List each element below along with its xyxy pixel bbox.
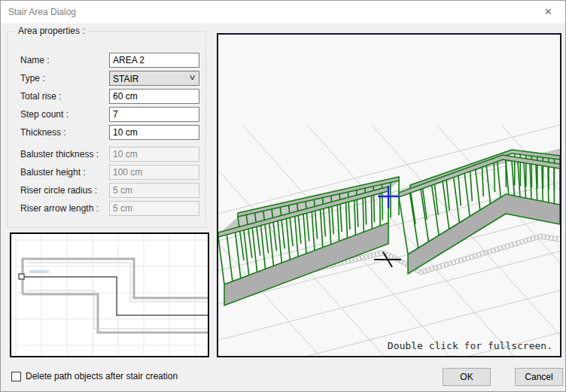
field-row-total-rise: Total rise :: [8, 89, 205, 104]
riser-circle-radius-label: Riser circle radius :: [20, 183, 97, 198]
field-row-riser-arrow-length: Riser arrow length :: [8, 201, 205, 216]
field-row-baluster-height: Baluster height :: [8, 165, 205, 180]
field-row-riser-circle-radius: Riser circle radius :: [8, 183, 205, 198]
total-rise-label: Total rise :: [20, 89, 62, 104]
delete-path-checkbox[interactable]: [11, 372, 21, 381]
field-row-name: Name :: [8, 53, 205, 68]
window-title: Stair Area Dialog: [8, 7, 76, 17]
type-label: Type :: [20, 71, 45, 86]
cancel-button[interactable]: Cancel: [515, 368, 563, 386]
type-select[interactable]: STAIR ∨: [109, 71, 199, 86]
type-select-value: STAIR: [113, 74, 138, 84]
name-input[interactable]: [109, 53, 199, 68]
baluster-height-label: Baluster height :: [20, 165, 86, 180]
ok-button[interactable]: OK: [443, 368, 491, 386]
plan-2d-preview[interactable]: [10, 232, 209, 357]
preview-3d-viewport[interactable]: Double click for fullscreen.: [217, 33, 561, 357]
stair-3d-drawing: [218, 35, 560, 356]
stair-area-dialog: Stair Area Dialog ✕ Area properties : Na…: [0, 0, 566, 392]
close-icon[interactable]: ✕: [531, 1, 565, 23]
area-properties-group: Area properties : Name : Type : STAIR ∨ …: [7, 31, 206, 228]
delete-path-option: Delete path objects after stair creation: [11, 371, 178, 381]
field-row-type: Type : STAIR ∨: [8, 71, 205, 86]
riser-arrow-length-label: Riser arrow length :: [20, 201, 99, 216]
title-bar: Stair Area Dialog ✕: [1, 1, 565, 23]
name-label: Name :: [20, 53, 50, 68]
thickness-input[interactable]: [109, 125, 199, 140]
total-rise-input[interactable]: [109, 89, 199, 104]
group-label: Area properties :: [15, 26, 88, 36]
step-count-label: Step count :: [20, 107, 68, 122]
step-count-input[interactable]: [109, 107, 199, 122]
baluster-thickness-input: [109, 147, 199, 162]
riser-arrow-length-input: [109, 201, 199, 216]
field-row-step-count: Step count :: [8, 107, 205, 122]
riser-circle-radius-input: [109, 183, 199, 198]
chevron-down-icon: ∨: [188, 73, 196, 81]
baluster-thickness-label: Baluster thickness :: [20, 147, 99, 162]
delete-path-label: Delete path objects after stair creation: [26, 371, 178, 381]
baluster-height-input: [109, 165, 199, 180]
plan-2d-drawing: [11, 234, 208, 356]
fullscreen-hint: Double click for fullscreen.: [388, 340, 552, 351]
field-row-baluster-thickness: Baluster thickness :: [8, 147, 205, 162]
thickness-label: Thickness :: [20, 125, 66, 140]
field-row-thickness: Thickness :: [8, 125, 205, 140]
